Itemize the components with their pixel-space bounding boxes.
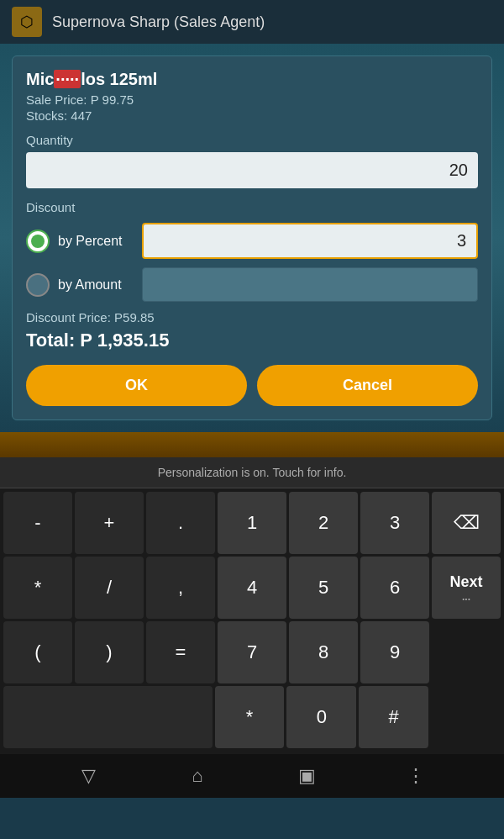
- key-5[interactable]: 5: [289, 557, 358, 619]
- key-6[interactable]: 6: [360, 557, 429, 619]
- key-empty: [432, 621, 501, 683]
- total: Total: P 1,935.15: [26, 330, 478, 351]
- sale-price: Sale Price: P 99.75: [26, 92, 478, 107]
- key-space[interactable]: [3, 686, 213, 748]
- keyboard-area: Personalization is on. Touch for info. -…: [0, 457, 504, 754]
- key-4[interactable]: 4: [218, 557, 286, 619]
- by-amount-radio[interactable]: [26, 273, 50, 297]
- nav-back-button[interactable]: ▽: [71, 759, 105, 793]
- app-icon-symbol: ⬡: [20, 13, 34, 31]
- bottom-nav: ▽ ⌂ ▣ ⋮: [0, 754, 504, 798]
- key-row-3: ( ) = 7 8 9: [3, 621, 501, 683]
- key-next-dots: ...: [462, 591, 470, 603]
- by-amount-label: by Amount: [58, 277, 134, 293]
- key-0[interactable]: 0: [286, 686, 356, 748]
- nav-recents-icon: ▣: [298, 765, 316, 787]
- key-open-paren[interactable]: (: [3, 621, 72, 683]
- dialog-box: Mic·····los 125ml Sale Price: P 99.75 St…: [12, 55, 492, 420]
- key-next[interactable]: Next ...: [432, 557, 501, 619]
- nav-back-icon: ▽: [81, 765, 96, 787]
- nav-menu-icon: ⋮: [407, 765, 425, 787]
- discount-price: Discount Price: P59.85: [26, 310, 478, 325]
- quantity-input[interactable]: [26, 152, 478, 188]
- product-name: Mic·····los 125ml: [26, 70, 478, 89]
- button-row: OK Cancel: [26, 365, 478, 406]
- app-title: Supernova Sharp (Sales Agent): [52, 13, 265, 31]
- key-minus[interactable]: -: [3, 492, 72, 554]
- nav-home-icon: ⌂: [192, 765, 202, 787]
- discount-label: Discount: [26, 200, 478, 214]
- key-row-2: * / , 4 5 6 Next ...: [3, 557, 501, 619]
- key-next-label: Next: [449, 573, 482, 591]
- key-3[interactable]: 3: [360, 492, 429, 554]
- product-name-highlight: ·····: [54, 70, 81, 88]
- key-7[interactable]: 7: [218, 621, 286, 683]
- keyboard-rows: - + . 1 2 3 ⌫ * / , 4 5 6 Next ... ( ) =…: [0, 488, 504, 754]
- by-percent-label: by Percent: [58, 234, 134, 249]
- keyboard-info-text: Personalization is on. Touch for info.: [158, 466, 347, 479]
- quantity-label: Quantity: [26, 133, 478, 147]
- ok-button[interactable]: OK: [26, 365, 247, 406]
- app-icon: ⬡: [12, 7, 42, 37]
- key-2[interactable]: 2: [289, 492, 358, 554]
- key-backspace[interactable]: ⌫: [432, 492, 501, 554]
- by-amount-input[interactable]: [142, 267, 478, 302]
- key-row-1: - + . 1 2 3 ⌫: [3, 492, 501, 554]
- key-9[interactable]: 9: [360, 621, 429, 683]
- key-close-paren[interactable]: ): [75, 621, 144, 683]
- keyboard-info-bar[interactable]: Personalization is on. Touch for info.: [0, 457, 504, 488]
- stocks: Stocks: 447: [26, 108, 478, 123]
- amber-strip: [0, 432, 504, 457]
- by-percent-input[interactable]: [142, 223, 478, 259]
- by-percent-row: by Percent: [26, 223, 478, 259]
- key-equals[interactable]: =: [146, 621, 215, 683]
- key-slash[interactable]: /: [75, 557, 144, 619]
- nav-menu-button[interactable]: ⋮: [399, 759, 433, 793]
- by-percent-radio[interactable]: [26, 230, 50, 253]
- top-bar: ⬡ Supernova Sharp (Sales Agent): [0, 0, 504, 44]
- key-comma[interactable]: ,: [146, 557, 215, 619]
- key-row-4: * 0 #: [3, 686, 501, 748]
- modal-background: Mic·····los 125ml Sale Price: P 99.75 St…: [0, 44, 504, 432]
- key-empty-2: [431, 686, 501, 748]
- key-8[interactable]: 8: [289, 621, 358, 683]
- cancel-button[interactable]: Cancel: [257, 365, 478, 406]
- key-asterisk[interactable]: *: [3, 557, 72, 619]
- nav-home-button[interactable]: ⌂: [181, 759, 214, 793]
- key-hash[interactable]: #: [359, 686, 428, 748]
- nav-recents-button[interactable]: ▣: [290, 759, 323, 793]
- by-amount-row: by Amount: [26, 267, 478, 302]
- key-1[interactable]: 1: [218, 492, 286, 554]
- key-star[interactable]: *: [215, 686, 285, 748]
- product-name-prefix: Mic: [26, 70, 54, 88]
- product-name-suffix: los 125ml: [81, 70, 157, 88]
- key-dot[interactable]: .: [146, 492, 215, 554]
- key-plus[interactable]: +: [75, 492, 144, 554]
